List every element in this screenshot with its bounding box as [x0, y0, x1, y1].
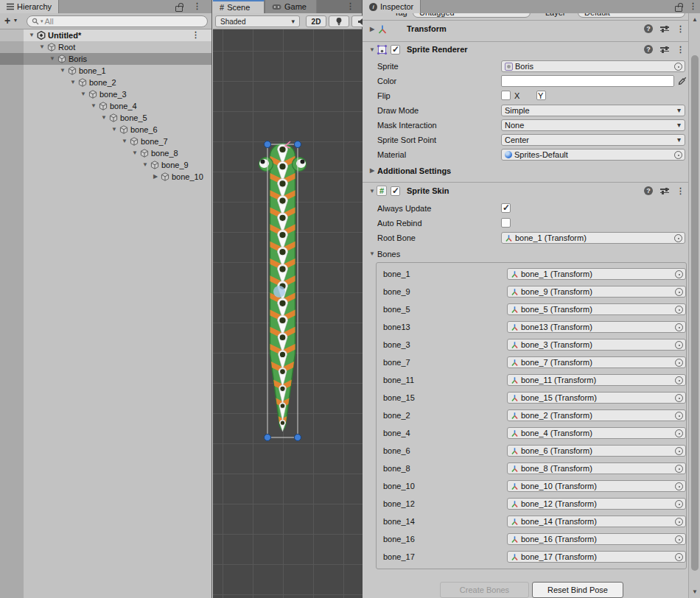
foldout-arrow-icon[interactable] [80, 88, 87, 100]
object-picker-icon[interactable] [675, 270, 683, 278]
bone-transform-field[interactable]: bone_10 (Transform) [507, 480, 686, 492]
scene-menu-kebab-icon[interactable]: ⋮ [346, 2, 354, 10]
foldout-arrow-icon[interactable] [38, 41, 46, 53]
bone-transform-field[interactable]: bone_15 (Transform) [507, 392, 686, 404]
object-picker-icon[interactable] [675, 376, 683, 384]
foldout-arrow-icon[interactable] [100, 112, 108, 124]
sprite-skin-foldout-icon[interactable] [368, 186, 376, 197]
bone-transform-field[interactable]: bone_8 (Transform) [507, 462, 686, 474]
create-object-caret-icon[interactable]: ▾ [14, 17, 17, 24]
draw-mode-dropdown[interactable]: Simple [501, 105, 685, 116]
hierarchy-tree-item[interactable]: bone_4 ⋮ [0, 100, 211, 112]
toggle-2d-button[interactable]: 2D [306, 15, 326, 27]
object-picker-icon[interactable] [675, 447, 683, 455]
foldout-arrow-icon[interactable] [141, 159, 149, 171]
foldout-arrow-icon[interactable] [49, 53, 56, 65]
sprite-object-field[interactable]: Boris [501, 60, 685, 72]
auto-rebind-checkbox[interactable] [501, 218, 511, 228]
object-picker-icon[interactable] [675, 465, 683, 473]
hierarchy-tree-item[interactable]: bone_10 ⋮ [0, 171, 211, 183]
inspector-scrollbar[interactable]: ▲ ▼ [688, 13, 700, 598]
tag-dropdown[interactable]: Untagged [413, 13, 531, 18]
bones-foldout-row[interactable]: Bones [363, 248, 688, 260]
bone-transform-field[interactable]: bone_5 (Transform) [507, 303, 686, 315]
tab-hierarchy[interactable]: Hierarchy [0, 0, 59, 13]
foldout-arrow-icon[interactable] [90, 100, 97, 112]
hierarchy-tree-item[interactable]: Untitled* ⋮ [0, 29, 211, 41]
sprite-skin-kebab-icon[interactable]: ⋮ [676, 187, 685, 195]
scene-row-kebab-icon[interactable]: ⋮ [192, 31, 200, 39]
object-picker-icon[interactable] [675, 306, 683, 314]
hierarchy-tree-item[interactable]: Boris ⋮ [0, 53, 211, 65]
reset-bind-pose-button[interactable]: Reset Bind Pose [532, 582, 623, 598]
help-icon[interactable]: ? [644, 45, 653, 54]
scene-viewport[interactable] [213, 29, 363, 598]
bone-transform-field[interactable]: bone_11 (Transform) [507, 374, 686, 386]
hierarchy-tree-item[interactable]: bone_5 ⋮ [0, 112, 211, 124]
sprite-renderer-foldout-icon[interactable] [368, 44, 376, 56]
hierarchy-menu-kebab-icon[interactable]: ⋮ [193, 2, 201, 10]
presets-icon[interactable] [660, 24, 669, 33]
transform-foldout-icon[interactable] [368, 24, 376, 35]
bone-transform-field[interactable]: bone_6 (Transform) [507, 445, 686, 457]
foldout-arrow-icon[interactable] [69, 77, 77, 88]
object-picker-icon[interactable] [675, 394, 683, 402]
object-picker-icon[interactable] [675, 323, 683, 331]
scrollbar-thumb[interactable] [691, 55, 699, 571]
bone-transform-field[interactable]: bone_4 (Transform) [507, 427, 686, 439]
always-update-checkbox[interactable] [501, 203, 511, 213]
hierarchy-tree-item[interactable]: bone_8 ⋮ [0, 147, 211, 159]
sprite-sort-point-dropdown[interactable]: Center [501, 134, 685, 146]
inspector-menu-kebab-icon[interactable]: ⋮ [689, 2, 697, 10]
transform-kebab-icon[interactable]: ⋮ [676, 25, 685, 33]
foldout-arrow-icon[interactable] [111, 124, 118, 136]
root-bone-object-field[interactable]: bone_1 (Transform) [501, 232, 685, 244]
foldout-arrow-icon[interactable] [59, 65, 66, 77]
sprite-renderer-enabled-checkbox[interactable] [391, 45, 400, 54]
eyedropper-icon[interactable] [678, 77, 687, 85]
presets-icon[interactable] [660, 45, 669, 54]
foldout-arrow-icon[interactable] [28, 29, 35, 41]
bone-transform-field[interactable]: bone_1 (Transform) [507, 268, 686, 280]
object-picker-icon[interactable] [675, 500, 683, 508]
hierarchy-search-input[interactable]: ▾ All [27, 15, 208, 27]
bone-transform-field[interactable]: bone_7 (Transform) [507, 356, 686, 368]
object-picker-icon[interactable] [675, 359, 683, 367]
presets-icon[interactable] [660, 186, 669, 195]
object-picker-icon[interactable] [675, 482, 683, 490]
object-picker-icon[interactable] [675, 518, 683, 526]
object-picker-icon[interactable] [675, 341, 683, 349]
tab-game[interactable]: Game [265, 0, 317, 13]
hierarchy-tree-item[interactable]: Root ⋮ [0, 41, 211, 53]
bone-transform-field[interactable]: bone_14 (Transform) [507, 516, 686, 527]
bone-transform-field[interactable]: bone_2 (Transform) [507, 409, 686, 421]
material-object-field[interactable]: Sprites-Default [501, 149, 685, 161]
hierarchy-tree-item[interactable]: bone_7 ⋮ [0, 136, 211, 147]
bone-transform-field[interactable]: bone_12 (Transform) [507, 498, 686, 510]
bone-transform-field[interactable]: bone_9 (Transform) [507, 286, 686, 298]
mask-interaction-dropdown[interactable]: None [501, 119, 685, 131]
sprite-renderer-kebab-icon[interactable]: ⋮ [676, 46, 685, 54]
object-picker-icon[interactable] [675, 553, 683, 561]
help-icon[interactable]: ? [644, 186, 653, 195]
sprite-renderer-component-header[interactable]: Sprite Renderer ? ⋮ [363, 44, 688, 60]
foldout-arrow-icon[interactable] [152, 171, 159, 183]
bone-transform-field[interactable]: bone_3 (Transform) [507, 339, 686, 351]
object-picker-icon[interactable] [674, 63, 682, 71]
hierarchy-tree-item[interactable]: bone_6 ⋮ [0, 124, 211, 136]
additional-settings-row[interactable]: Additional Settings [363, 165, 688, 177]
hierarchy-tree-item[interactable]: bone_2 ⋮ [0, 77, 211, 88]
create-bones-button[interactable]: Create Bones [440, 582, 529, 598]
create-object-button[interactable]: + [4, 15, 10, 27]
scroll-up-arrow-icon[interactable]: ▲ [689, 16, 700, 23]
bones-foldout-icon[interactable] [368, 248, 376, 260]
scene-lighting-button[interactable] [329, 15, 349, 27]
hierarchy-tree-item[interactable]: bone_1 ⋮ [0, 65, 211, 77]
object-picker-icon[interactable] [674, 151, 682, 159]
object-picker-icon[interactable] [675, 412, 683, 420]
tab-scene[interactable]: # Scene [213, 0, 265, 13]
flip-x-checkbox[interactable] [501, 91, 511, 100]
color-swatch[interactable] [501, 75, 674, 87]
bone-transform-field[interactable]: bone_17 (Transform) [507, 551, 686, 563]
bone-transform-field[interactable]: bone_16 (Transform) [507, 533, 686, 545]
